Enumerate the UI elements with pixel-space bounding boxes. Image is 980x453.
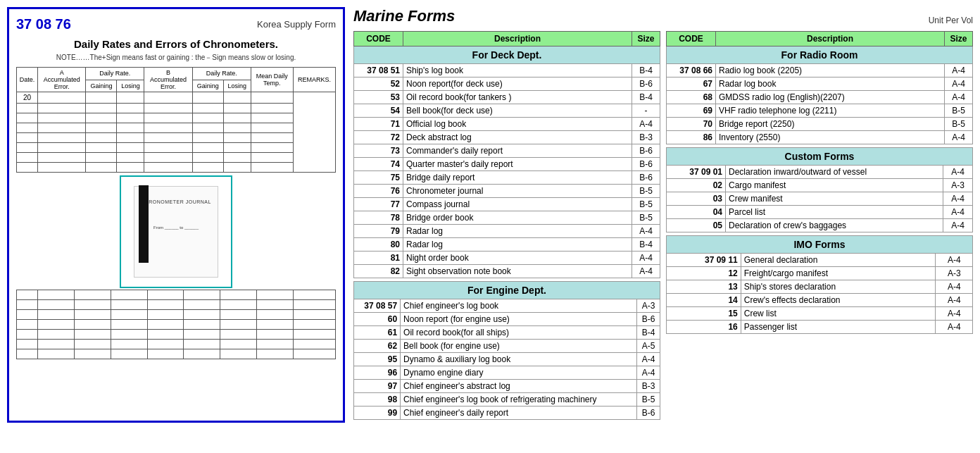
item-size: A-3 [943,179,973,192]
item-code: 67 [667,77,716,91]
list-item: 98 Chief engineer's log book of refriger… [354,393,660,407]
item-desc: Radar log [403,238,632,252]
custom-table: Custom Forms 37 09 01 Declaration inward… [666,147,973,232]
radio-table: CODE Description Size For Radio Room 37 … [666,31,973,144]
item-code: 71 [354,118,403,131]
item-code: 81 [354,252,403,265]
deck-section-header: For Deck Dept. [354,46,660,64]
a-val [38,92,86,104]
table-row [17,133,336,143]
item-code: 74 [354,158,403,171]
item-size: A-4 [936,294,973,307]
item-code: 62 [354,340,401,353]
journal-subtitle: From ______ to ______ [153,225,199,230]
item-desc: Radio log book (2205) [716,64,945,77]
a-header: AAccumulatedError. [38,68,86,92]
list-item: 02 Cargo manifest A-3 [667,179,973,192]
page-title: Marine Forms [353,7,455,25]
item-size: A-4 [936,280,973,294]
item-size: B-3 [632,131,660,144]
list-item: 12 Freight/cargo manifest A-3 [667,267,973,280]
item-desc: Quarter master's daily report [403,158,632,171]
item-code: 68 [667,91,716,104]
item-code: 03 [667,192,726,206]
item-code: 05 [667,219,726,232]
item-code: 37 08 57 [354,299,401,313]
item-size: B-6 [637,407,660,420]
table-row [17,310,336,320]
table-row [17,290,336,300]
item-code: 54 [354,104,403,118]
list-item: 81 Night order book A-4 [354,252,660,265]
item-desc: Noon report (for engine use) [401,313,637,326]
list-item: 80 Radar log B-4 [354,238,660,252]
journal-container: CHRONOMETER JOURNAL From ______ to _____… [16,175,336,288]
item-code: 76 [354,185,403,198]
table-row [17,104,336,113]
item-code: 99 [354,407,401,420]
code-header: CODE [354,32,403,46]
list-item: 37 08 66 Radio log book (2205) A-4 [667,64,973,77]
list-item: 78 Bridge order book B-5 [354,211,660,225]
item-code: 13 [667,280,741,294]
list-item: 13 Ship's stores declaration A-4 [667,280,973,294]
daily-rate-a-header: Daily Rate. [86,68,144,80]
item-desc: Night order book [403,252,632,265]
item-desc: Bridge report (2250) [716,118,945,131]
item-code: 37 09 01 [667,166,726,179]
lose-b-val [223,92,251,104]
item-size: B-6 [632,158,660,171]
item-desc: Noon report(for deck use) [403,77,632,91]
item-desc: Crew's effects declaration [741,294,936,307]
deck-table: CODE Description Size For Deck Dept. 37 … [353,31,660,278]
item-code: 61 [354,326,401,340]
item-size: B-6 [632,144,660,158]
item-size: B-6 [637,313,660,326]
date-row: 20 [17,92,336,104]
list-item: 74 Quarter master's daily report B-6 [354,158,660,171]
item-code: 12 [667,267,741,280]
item-desc: Crew list [741,307,936,321]
list-item: 71 Official log book A-4 [354,118,660,131]
list-item: 76 Chronometer journal B-5 [354,185,660,198]
table-row [17,340,336,349]
unit-label: Unit Per Vol [929,15,973,25]
item-code: 52 [354,77,403,91]
list-item: 14 Crew's effects declaration A-4 [667,294,973,307]
list-item: 37 09 11 General declaration A-4 [667,254,973,267]
item-code: 77 [354,198,403,211]
item-desc: VHF radio telephone log (2211) [716,104,945,118]
gain-b-val [192,92,223,104]
item-size: B-5 [637,393,660,407]
item-code: 95 [354,353,401,366]
b-header: BAccumulatedError. [144,68,192,92]
list-item: 05 Declaration of crew's baggages A-4 [667,219,973,232]
list-item: 96 Dynamo engine diary A-4 [354,366,660,380]
item-code: 60 [354,313,401,326]
size-header: Size [632,32,660,46]
engine-section-header: For Engine Dept. [354,282,660,299]
right-tables: CODE Description Size For Radio Room 37 … [666,31,973,420]
item-size: A-4 [945,131,973,144]
gain-a-val [86,92,117,104]
item-desc: Freight/cargo manifest [741,267,936,280]
bottom-table [16,290,336,359]
journal-title: CHRONOMETER JOURNAL [141,199,211,204]
item-desc: Oil record book(for all ships) [401,326,637,340]
item-size: A-4 [632,225,660,238]
item-desc: Cargo manifest [726,179,943,192]
item-size: B-4 [632,91,660,104]
item-size: A-4 [945,77,973,91]
list-item: 03 Crew manifest A-4 [667,192,973,206]
list-item: 79 Radar log A-4 [354,225,660,238]
mean-daily-header: Mean DailyTemp. [251,68,293,92]
journal-spine [139,185,149,263]
item-desc: Bridge daily report [403,171,632,185]
item-size: A-3 [637,299,660,313]
daily-rate-b-header: Daily Rate. [192,68,251,80]
list-item: 70 Bridge report (2250) B-5 [667,118,973,131]
left-tables: CODE Description Size For Deck Dept. 37 … [353,31,660,420]
list-item: 37 09 01 Declaration inward/outward of v… [667,166,973,179]
right-panel: Marine Forms Unit Per Vol CODE Descripti… [353,7,973,420]
item-desc: General declaration [741,254,936,267]
